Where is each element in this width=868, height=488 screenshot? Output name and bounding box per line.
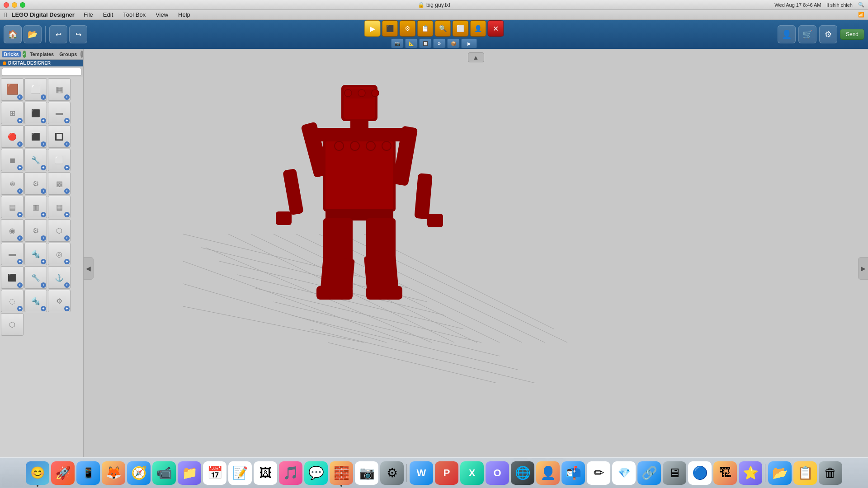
- brick-item[interactable]: ◎+: [48, 243, 71, 265]
- groups-tab-icon[interactable]: +: [80, 51, 83, 58]
- home-button[interactable]: 🏠: [4, 25, 22, 43]
- brick-item[interactable]: ▦+: [48, 196, 71, 218]
- brick-item[interactable]: ▦+: [48, 78, 71, 101]
- dock-trash[interactable]: 🗑: [819, 461, 842, 485]
- dock-slack[interactable]: 💎: [612, 461, 636, 485]
- send-button[interactable]: Send: [840, 29, 864, 40]
- brick-item[interactable]: ◌+: [1, 290, 24, 312]
- dock-link[interactable]: 🔗: [637, 461, 661, 485]
- dock-image-capture[interactable]: 🖼: [254, 461, 277, 485]
- brick-item[interactable]: 🟫+: [1, 78, 24, 101]
- redo-button[interactable]: ↪: [69, 25, 87, 43]
- dock-firefox[interactable]: 🦊: [102, 461, 125, 485]
- dock-screen-sharing[interactable]: 🖥: [663, 461, 686, 485]
- brick-item[interactable]: ⬜+: [48, 149, 71, 171]
- dock-launchpad[interactable]: 🚀: [51, 461, 75, 485]
- hinge-tool[interactable]: ⚙: [400, 20, 416, 37]
- brick-item[interactable]: ⚙+: [48, 290, 71, 312]
- dock-chrome[interactable]: 🔵: [688, 461, 712, 485]
- dock-word[interactable]: W: [410, 461, 433, 485]
- dock-facetime[interactable]: 📹: [152, 461, 176, 485]
- dock-script[interactable]: ✏: [587, 461, 610, 485]
- brick-item[interactable]: ▩+: [48, 172, 71, 195]
- tab-groups[interactable]: Groups: [57, 51, 79, 57]
- user-icon-right[interactable]: 👤: [778, 25, 796, 43]
- apple-menu[interactable]: : [5, 11, 7, 19]
- brick-item[interactable]: 🔩+: [24, 290, 47, 312]
- sub-tool-6[interactable]: ▶: [461, 38, 477, 48]
- sub-tool-5[interactable]: 📦: [447, 38, 460, 48]
- dock-coin[interactable]: 🌐: [511, 461, 534, 485]
- dock-powerpoint[interactable]: P: [435, 461, 458, 485]
- search-input[interactable]: [2, 68, 81, 76]
- delete-tool[interactable]: ✕: [488, 20, 504, 37]
- brick-item[interactable]: ⬛+: [24, 102, 47, 124]
- clone-tool[interactable]: 📋: [417, 20, 434, 37]
- brick-item[interactable]: ▥+: [24, 196, 47, 218]
- brick-item[interactable]: 🔧+: [24, 149, 47, 171]
- brick-item[interactable]: ⬛+: [1, 266, 24, 289]
- brick-item[interactable]: ⊛+: [1, 172, 24, 195]
- brick-item[interactable]: ◉+: [1, 219, 24, 242]
- build-tool[interactable]: ⬛: [382, 20, 398, 37]
- close-button[interactable]: [4, 2, 9, 8]
- user-tool[interactable]: 👤: [470, 20, 486, 37]
- brick-item[interactable]: 🔴+: [1, 125, 24, 148]
- menu-file[interactable]: File: [82, 11, 95, 19]
- fullscreen-button[interactable]: [20, 2, 25, 8]
- flex-tool[interactable]: ⬜: [453, 20, 469, 37]
- dock-downloads[interactable]: 📁: [178, 461, 201, 485]
- dock-mail[interactable]: 📬: [561, 461, 585, 485]
- tab-bricks[interactable]: Bricks: [2, 51, 21, 57]
- dock-onenote[interactable]: O: [486, 461, 509, 485]
- open-button[interactable]: 📂: [24, 25, 42, 43]
- brick-item[interactable]: 🔩+: [24, 243, 47, 265]
- dock-lego[interactable]: 🧱: [330, 461, 353, 485]
- dock-notes[interactable]: 📋: [793, 461, 817, 485]
- sub-tool-1[interactable]: 📷: [391, 38, 404, 48]
- bricks-tab-icon[interactable]: ✓: [23, 51, 26, 58]
- sub-tool-3[interactable]: 🔲: [419, 38, 432, 48]
- dock-finder2[interactable]: 📂: [768, 461, 792, 485]
- select-tool[interactable]: ▶: [364, 20, 381, 37]
- dock-calendar[interactable]: 📅: [203, 461, 226, 485]
- brick-item[interactable]: ⬡: [1, 313, 24, 336]
- undo-button[interactable]: ↩: [49, 25, 67, 43]
- cart-icon[interactable]: 🛒: [798, 25, 816, 43]
- dock-ldd2[interactable]: 🏗: [713, 461, 737, 485]
- dock-safari[interactable]: 🧭: [127, 461, 151, 485]
- brick-item[interactable]: ⚙+: [24, 172, 47, 195]
- nav-up-arrow[interactable]: ▲: [468, 52, 484, 62]
- collapse-right-button[interactable]: ▶: [858, 257, 868, 280]
- dock-photos[interactable]: 📷: [355, 461, 378, 485]
- brick-item[interactable]: ▬+: [48, 102, 71, 124]
- dock-reminders[interactable]: 📝: [228, 461, 252, 485]
- sub-tool-2[interactable]: 📐: [405, 38, 418, 48]
- dock-excel[interactable]: X: [460, 461, 484, 485]
- brick-item[interactable]: ⬡+: [48, 219, 71, 242]
- brick-item[interactable]: 🔲+: [48, 125, 71, 148]
- brick-item[interactable]: ▬+: [1, 243, 24, 265]
- dock-messages[interactable]: 💬: [304, 461, 328, 485]
- canvas-area[interactable]: ◀ ▶ ▲: [84, 49, 868, 488]
- dock-finder[interactable]: 😊: [26, 461, 49, 485]
- sub-tool-4[interactable]: ⚙: [433, 38, 446, 48]
- brick-item[interactable]: ⬛+: [24, 125, 47, 148]
- menu-toolbox[interactable]: Tool Box: [121, 11, 147, 19]
- search-icon[interactable]: 🔍: [858, 2, 864, 8]
- dock-appstore[interactable]: 📱: [76, 461, 100, 485]
- menu-view[interactable]: View: [154, 11, 170, 19]
- menu-help[interactable]: Help: [176, 11, 192, 19]
- menu-edit[interactable]: Edit: [101, 11, 115, 19]
- collapse-left-button[interactable]: ◀: [84, 257, 94, 280]
- paint-tool[interactable]: 🔍: [435, 20, 451, 37]
- settings-icon[interactable]: ⚙: [819, 25, 837, 43]
- dock-istar[interactable]: ⭐: [739, 461, 762, 485]
- brick-item[interactable]: ▤+: [1, 196, 24, 218]
- dock-browser2[interactable]: 👤: [536, 461, 560, 485]
- minimize-button[interactable]: [12, 2, 17, 8]
- dock-itunes[interactable]: 🎵: [279, 461, 302, 485]
- brick-item[interactable]: ⚓+: [48, 266, 71, 289]
- tab-templates[interactable]: Templates: [28, 51, 56, 57]
- brick-item[interactable]: ⊞+: [1, 102, 24, 124]
